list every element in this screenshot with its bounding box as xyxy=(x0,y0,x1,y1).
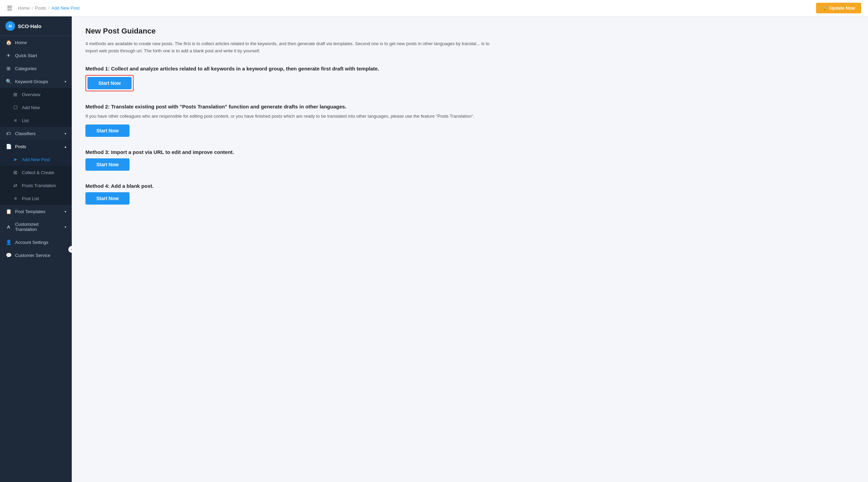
chevron-down-icon: ▾ xyxy=(65,80,66,83)
sidebar-item-posts[interactable]: 📄 Posts ▴ xyxy=(0,140,72,153)
posts-icon: 📄 xyxy=(5,144,12,149)
lock-icon: 🔒 xyxy=(822,6,827,11)
sidebar-item-collect-create[interactable]: ⊞ Collect & Create xyxy=(0,166,72,179)
posts-translation-icon: ⇄ xyxy=(12,183,18,188)
sidebar-item-list[interactable]: ≡ List xyxy=(0,114,72,127)
method-2-start-button[interactable]: Start Now xyxy=(85,125,130,137)
sidebar-label-post-templates: Post Templates xyxy=(15,209,45,214)
sidebar-label-list: List xyxy=(22,118,29,123)
sidebar-item-customer-service[interactable]: 💬 Customer Service xyxy=(0,249,72,262)
sidebar-item-keyword-groups[interactable]: 🔍 Keyword Groups ▾ xyxy=(0,75,72,88)
sidebar-label-classifiers: Classifiers xyxy=(15,131,36,136)
method-3-title: Method 3: Import a post via URL to edit … xyxy=(85,149,854,155)
hamburger-icon[interactable]: ☰ xyxy=(7,4,12,12)
sidebar-item-home[interactable]: 🏠 Home xyxy=(0,36,72,49)
breadcrumb: Home / Posts / Add New Post xyxy=(18,5,80,11)
sidebar-label-posts: Posts xyxy=(15,144,26,149)
method-1-btn-wrapper: Start Now xyxy=(85,75,134,91)
sidebar-item-account-settings[interactable]: 👤 Account Settings xyxy=(0,236,72,249)
collect-create-icon: ⊞ xyxy=(12,170,18,175)
breadcrumb-sep1: / xyxy=(32,5,33,11)
keyword-groups-submenu: ⊞ Overview ☐ Add New ≡ List xyxy=(0,88,72,127)
chevron-down-icon-5: ▾ xyxy=(65,225,66,229)
sidebar-label-quick-start: Quick Start xyxy=(15,53,37,58)
method-3-start-button[interactable]: Start Now xyxy=(85,158,130,171)
method-1-title: Method 1: Collect and analyze articles r… xyxy=(85,66,854,71)
quick-start-icon: ✈ xyxy=(5,53,12,58)
sidebar-label-collect-create: Collect & Create xyxy=(22,170,54,175)
sidebar: AI SCO·Halo 🏠 Home ✈ Quick Start ⊞ Categ… xyxy=(0,16,72,482)
sidebar-label-customer-service: Customer Service xyxy=(15,253,50,258)
sidebar-label-add-new: Add New xyxy=(22,105,40,110)
sidebar-item-add-new[interactable]: ☐ Add New xyxy=(0,101,72,114)
sidebar-label-posts-translation: Posts Translation xyxy=(22,183,56,188)
page-description: 4 methods are available to create new po… xyxy=(85,40,496,55)
list-icon: ≡ xyxy=(12,118,18,123)
method-1-section: Method 1: Collect and analyze articles r… xyxy=(85,66,854,91)
sidebar-label-overview: Overview xyxy=(22,92,40,97)
home-icon: 🏠 xyxy=(5,40,12,45)
method-2-desc: If you have other colleagues who are res… xyxy=(85,113,854,120)
logo-icon: AI xyxy=(5,21,15,31)
sidebar-item-classifiers[interactable]: 🏷 Classifiers ▾ xyxy=(0,127,72,140)
method-3-section: Method 3: Import a post via URL to edit … xyxy=(85,149,854,171)
sidebar-item-overview[interactable]: ⊞ Overview xyxy=(0,88,72,101)
sidebar-label-home: Home xyxy=(15,40,27,45)
sidebar-item-post-list[interactable]: ≡ Post List xyxy=(0,192,72,205)
categories-icon: ⊞ xyxy=(5,66,12,71)
logo-text: SCO·Halo xyxy=(18,23,41,29)
post-templates-icon: 📋 xyxy=(5,209,12,214)
sidebar-label-keyword-groups: Keyword Groups xyxy=(15,79,48,84)
add-new-icon: ☐ xyxy=(12,105,18,110)
sidebar-label-add-new-post: Add New Post xyxy=(22,157,50,162)
method-2-section: Method 2: Translate existing post with "… xyxy=(85,104,854,137)
page-title: New Post Guidance xyxy=(85,27,854,36)
posts-submenu: ➤ Add New Post ⊞ Collect & Create ⇄ Post… xyxy=(0,153,72,205)
sidebar-item-add-new-post[interactable]: ➤ Add New Post xyxy=(0,153,72,166)
method-2-title: Method 2: Translate existing post with "… xyxy=(85,104,854,109)
method-4-title: Method 4: Add a blank post. xyxy=(85,183,854,189)
chevron-down-icon-2: ▾ xyxy=(65,132,66,135)
classifiers-icon: 🏷 xyxy=(5,131,12,136)
sidebar-item-post-templates[interactable]: 📋 Post Templates ▾ xyxy=(0,205,72,218)
method-4-section: Method 4: Add a blank post. Start Now xyxy=(85,183,854,205)
main-content: New Post Guidance 4 methods are availabl… xyxy=(72,16,868,482)
sidebar-item-posts-translation[interactable]: ⇄ Posts Translation xyxy=(0,179,72,192)
breadcrumb-home[interactable]: Home xyxy=(18,5,30,11)
chevron-down-icon-3: ▴ xyxy=(65,145,66,148)
breadcrumb-sep2: / xyxy=(48,5,50,11)
sidebar-logo: AI SCO·Halo xyxy=(0,16,72,36)
sidebar-label-account-settings: Account Settings xyxy=(15,240,49,245)
method-4-start-button[interactable]: Start Now xyxy=(85,192,130,205)
customer-service-icon: 💬 xyxy=(5,252,12,258)
account-settings-icon: 👤 xyxy=(5,239,12,245)
customized-translation-icon: A xyxy=(5,224,12,230)
sidebar-item-categories[interactable]: ⊞ Categories xyxy=(0,62,72,75)
overview-icon: ⊞ xyxy=(12,92,18,97)
post-list-icon: ≡ xyxy=(12,196,18,201)
add-new-post-icon: ➤ xyxy=(12,157,18,162)
keyword-groups-icon: 🔍 xyxy=(5,79,12,84)
sidebar-item-quick-start[interactable]: ✈ Quick Start xyxy=(0,49,72,62)
update-now-button[interactable]: 🔒 Update Now xyxy=(816,3,861,13)
sidebar-label-categories: Categories xyxy=(15,66,37,71)
sidebar-item-customized-translation[interactable]: A Customized Translation ▾ xyxy=(0,218,72,236)
breadcrumb-posts[interactable]: Posts xyxy=(35,5,46,11)
chevron-down-icon-4: ▾ xyxy=(65,210,66,213)
sidebar-label-post-list: Post List xyxy=(22,196,39,201)
sidebar-label-customized-translation: Customized Translation xyxy=(15,222,61,232)
breadcrumb-current: Add New Post xyxy=(51,5,79,11)
method-1-start-button[interactable]: Start Now xyxy=(87,77,132,89)
